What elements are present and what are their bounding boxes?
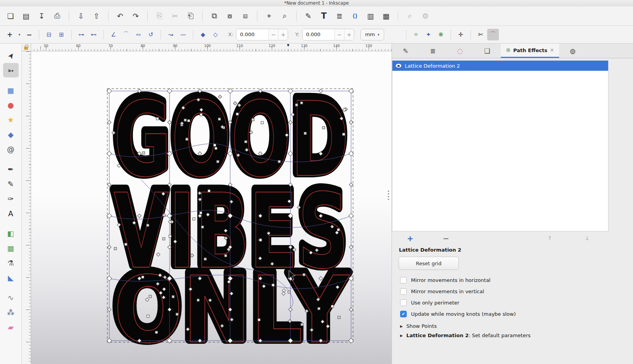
duplicate-button[interactable]: ⧉	[207, 9, 222, 23]
paste-button[interactable]: ⎗	[183, 9, 198, 23]
tweak-tool-button[interactable]: ∿	[3, 290, 19, 304]
find-button[interactable]: ⌕	[402, 9, 417, 23]
show-transform-handles-button[interactable]: ✛	[455, 29, 467, 40]
open-document-button[interactable]: ▤	[19, 9, 33, 23]
make-symmetric-node-button[interactable]: ∾	[133, 29, 144, 40]
move-effect-down-button[interactable]: ↓	[581, 233, 594, 244]
text-tool-button[interactable]: A	[3, 206, 19, 220]
canvas[interactable]: GOOD VIBES ONLY GOOD VIBES ONLY GOOD	[31, 51, 392, 364]
unit-dropdown[interactable]: mm ▾	[360, 29, 384, 40]
layers-dialog-button[interactable]: ≣	[332, 9, 347, 23]
effect-list-selected-row[interactable]: Lattice Deformation 2	[392, 61, 608, 71]
checkbox[interactable]: ✔	[400, 311, 407, 317]
move-effect-up-button[interactable]: ↑	[543, 233, 556, 244]
tab-document-properties[interactable]: ❑	[474, 44, 501, 58]
pen-tool-button[interactable]: ✒	[3, 162, 19, 176]
make-smooth-node-button[interactable]: ⌒	[120, 29, 132, 40]
spray-tool-button[interactable]: ⁂	[3, 305, 19, 319]
clone-button[interactable]: ⧇	[222, 9, 237, 23]
preferences-button[interactable]: ⚙	[418, 9, 433, 23]
spiral-tool-button[interactable]: @	[3, 142, 19, 156]
node-tool-button[interactable]: ➳	[3, 63, 19, 77]
checkbox[interactable]	[400, 288, 407, 295]
y-coordinate-input[interactable]	[303, 29, 334, 40]
checkbox-row[interactable]: Use only perimeter	[400, 297, 633, 308]
xml-editor-button[interactable]: ⟨⟩	[348, 9, 362, 23]
reset-grid-button[interactable]: Reset grid	[399, 257, 459, 270]
checkbox[interactable]	[400, 277, 407, 284]
join-node-button[interactable]: ⊞	[56, 29, 67, 40]
tab-objects[interactable]: ◌	[446, 44, 474, 58]
vertical-ruler[interactable]	[22, 51, 31, 364]
text-dialog-button[interactable]: T	[316, 9, 331, 23]
calligraphy-tool-button[interactable]: ✑	[3, 191, 19, 206]
checkbox-row[interactable]: Mirror movements in vertical	[400, 286, 633, 297]
show-bezier-handles-button[interactable]: ❋	[435, 29, 447, 40]
tab-layers[interactable]: ≣	[419, 44, 446, 58]
export-document-button[interactable]: ⇧	[89, 9, 104, 23]
dock-resize-grip[interactable]	[387, 190, 390, 201]
horizontal-ruler[interactable]: 5060708090100110120130140150 ▼	[31, 44, 392, 51]
y-increment-button[interactable]: +	[344, 29, 354, 40]
ellipse-tool-button[interactable]: ●	[3, 98, 19, 112]
import-document-button[interactable]: ⇩	[73, 9, 88, 23]
pencil-tool-button[interactable]: ✎	[3, 177, 19, 191]
dropper-tool-button[interactable]: ⚗	[3, 256, 19, 270]
remove-effect-button[interactable]: −	[439, 233, 453, 244]
add-effect-button[interactable]: +	[404, 233, 417, 244]
tab-fill-stroke[interactable]: ✎	[392, 44, 419, 58]
zoom-drawing-button[interactable]: ⌕	[277, 9, 292, 23]
path-effects-list[interactable]: Lattice Deformation 2	[392, 60, 609, 231]
paint-bucket-tool-button[interactable]: ◣	[3, 270, 19, 285]
new-document-button[interactable]: ❏	[3, 9, 18, 23]
make-corner-node-button[interactable]: ∠	[108, 29, 119, 40]
stroke-to-path-button[interactable]: ◇	[210, 29, 221, 40]
close-icon[interactable]: ✕	[550, 47, 554, 53]
selector-tool-button[interactable]: ➤	[3, 48, 19, 63]
x-decrement-button[interactable]: −	[268, 29, 278, 40]
redo-button[interactable]: ↷	[128, 9, 143, 23]
insert-node-button[interactable]: +	[4, 29, 16, 40]
break-node-button[interactable]: ⊟	[43, 29, 55, 40]
checkbox-row[interactable]: Mirror movements in horizontal	[400, 275, 633, 286]
set-defaults-expander[interactable]: ▶ Lattice Deformation 2: Set default par…	[400, 332, 633, 338]
fill-stroke-dialog-button[interactable]: ✎	[301, 9, 316, 23]
copy-button[interactable]: ⎘	[152, 9, 167, 23]
tab-trace-bitmap[interactable]: ◍	[559, 44, 586, 58]
delete-segment-button[interactable]: ⊷	[88, 29, 100, 40]
edit-masks-button[interactable]: ✦	[423, 29, 434, 40]
cut-button[interactable]: ✂	[168, 9, 182, 23]
make-auto-node-button[interactable]: ↺	[145, 29, 157, 40]
delete-node-button[interactable]: −	[23, 29, 35, 40]
object-to-path-button[interactable]: ◆	[197, 29, 209, 40]
insert-node-options-button[interactable]: ▾	[16, 29, 23, 40]
mesh-gradient-tool-button[interactable]: ▦	[3, 241, 19, 255]
box3d-tool-button[interactable]: ◆	[3, 127, 19, 142]
group-button[interactable]: ⧈	[238, 9, 253, 23]
rows-columns-dialog-button[interactable]: ▦	[379, 9, 393, 23]
rectangle-tool-button[interactable]: ■	[3, 83, 19, 97]
y-decrement-button[interactable]: −	[334, 29, 344, 40]
undo-button[interactable]: ↶	[113, 9, 128, 23]
align-dialog-button[interactable]: ▥	[363, 9, 378, 23]
drawing-svg[interactable]: GOOD VIBES ONLY GOOD VIBES ONLY GOOD	[31, 51, 392, 364]
show-path-outline-button[interactable]: ⌒	[487, 29, 499, 40]
visibility-eye-icon[interactable]	[396, 64, 401, 68]
tab-path-effects[interactable]: ❊ Path Effects ✕	[501, 44, 559, 58]
star-tool-button[interactable]: ★	[3, 112, 19, 127]
join-with-segment-button[interactable]: ⊶	[75, 29, 87, 40]
checkbox[interactable]	[400, 299, 407, 306]
edit-clipping-paths-button[interactable]: ✧	[410, 29, 422, 40]
x-increment-button[interactable]: +	[278, 29, 288, 40]
zoom-selection-button[interactable]: ⌖	[262, 9, 276, 23]
eraser-tool-button[interactable]: ▰	[3, 320, 19, 334]
cut-path-button[interactable]: ✄	[475, 29, 486, 40]
checkbox-row[interactable]: ✔Update while moving knots (maybe slow)	[400, 308, 633, 320]
line-to-curve-button[interactable]: ↝	[165, 29, 177, 40]
save-document-button[interactable]: ↧	[34, 9, 49, 23]
print-document-button[interactable]: ⎙	[50, 9, 65, 23]
gradient-tool-button[interactable]: ◧	[3, 226, 19, 240]
x-coordinate-input[interactable]	[236, 29, 268, 40]
curve-to-line-button[interactable]: —	[177, 29, 189, 40]
show-points-expander[interactable]: ▶ Show Points	[400, 323, 633, 329]
